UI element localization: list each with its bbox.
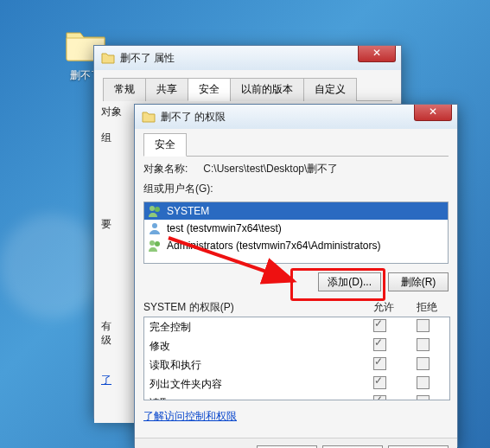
permissions-table: 完全控制修改读取和执行列出文件夹内容读取 [143,317,450,400]
list-item-label: test (testvmwin7x64\test) [167,222,282,234]
properties-tabs: 常规 共享 安全 以前的版本 自定义 [103,77,392,101]
col-allow: 允许 [362,300,405,315]
group-users-label: 组或用户名(G): [143,182,449,196]
perm-name: 修改 [150,339,358,354]
permissions-window: 删不了 的权限 ✕ 安全 对象名称: C:\Users\test\Desktop… [134,104,458,447]
list-item-label: SYSTEM [167,205,209,217]
allow-checkbox[interactable] [373,395,386,400]
deny-checkbox[interactable] [417,357,430,370]
perm-name: 读取 [150,396,358,400]
list-item-test[interactable]: test (testvmwin7x64\test) [144,220,448,237]
prop-side2: 级 [101,333,111,348]
tab-security[interactable]: 安全 [188,78,231,101]
tab-security-inner[interactable]: 安全 [143,133,187,157]
perm-name: 完全控制 [150,320,358,335]
allow-checkbox[interactable] [373,338,386,351]
deny-checkbox[interactable] [417,319,430,332]
tab-custom[interactable]: 自定义 [303,78,357,101]
prop-object-prefix: 对象 [101,105,122,119]
learn-link[interactable]: 了解访问控制和权限 [143,410,237,422]
users-icon [148,239,162,253]
folder-icon [142,111,156,123]
deny-checkbox[interactable] [417,395,430,400]
permission-row: 读取和执行 [144,355,449,374]
list-item-label: Administrators (testvmwin7x64\Administra… [167,240,380,252]
permission-row: 列出文件夹内容 [144,374,449,394]
close-button[interactable]: ✕ [414,105,452,121]
folder-icon [101,52,115,64]
permission-row: 修改 [144,336,449,355]
allow-checkbox[interactable] [373,319,386,332]
object-name-label: 对象名称: [143,162,188,176]
svg-point-3 [150,240,155,246]
allow-checkbox[interactable] [373,376,386,389]
perm-name: 列出文件夹内容 [150,377,358,392]
prop-group-prefix: 组 [101,131,111,145]
add-button[interactable]: 添加(D)... [318,272,381,291]
perm-header-label: SYSTEM 的权限(P) [143,300,362,315]
user-icon [148,221,162,235]
svg-point-0 [150,206,155,211]
properties-titlebar[interactable]: 删不了 属性 ✕ [94,46,401,70]
svg-point-4 [155,241,160,246]
perm-name: 读取和执行 [150,358,358,373]
tab-previous[interactable]: 以前的版本 [230,78,304,101]
allow-checkbox[interactable] [373,357,386,370]
close-button[interactable]: ✕ [358,46,396,62]
permission-row: 读取 [144,394,449,400]
list-item-admins[interactable]: Administrators (testvmwin7x64\Administra… [144,237,448,254]
permission-row: 完全控制 [144,317,449,336]
properties-title: 删不了 属性 [120,51,175,66]
col-deny: 拒绝 [405,300,449,315]
svg-point-2 [152,223,157,228]
users-listbox[interactable]: SYSTEM test (testvmwin7x64\test) Adminis… [143,202,449,264]
prop-side1: 有 [101,319,111,334]
prop-link-cut[interactable]: 了 [101,374,111,386]
svg-point-1 [155,207,160,212]
list-item-system[interactable]: SYSTEM [144,202,448,220]
object-name-value: C:\Users\test\Desktop\删不了 [203,162,338,176]
permissions-titlebar[interactable]: 删不了 的权限 ✕ [135,105,457,129]
prop-req-prefix: 要 [101,217,111,232]
users-icon [148,204,162,218]
deny-checkbox[interactable] [417,338,430,351]
tab-sharing[interactable]: 共享 [145,78,188,101]
permissions-title: 删不了 的权限 [161,110,226,125]
remove-button[interactable]: 删除(R) [388,272,449,291]
deny-checkbox[interactable] [417,376,430,389]
tab-general[interactable]: 常规 [103,78,146,101]
